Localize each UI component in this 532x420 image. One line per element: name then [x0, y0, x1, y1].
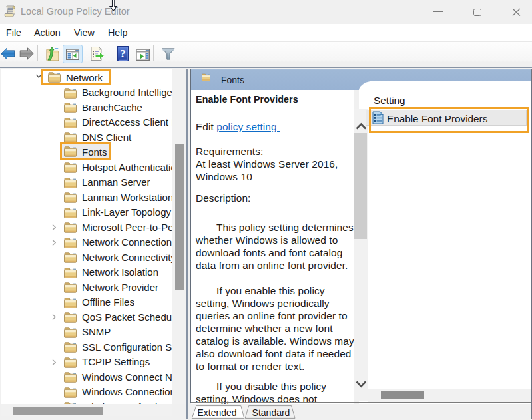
svg-text:?: ?: [120, 47, 126, 60]
svg-text:Standard: Standard: [252, 407, 290, 418]
svg-text:Extended: Extended: [197, 407, 236, 418]
